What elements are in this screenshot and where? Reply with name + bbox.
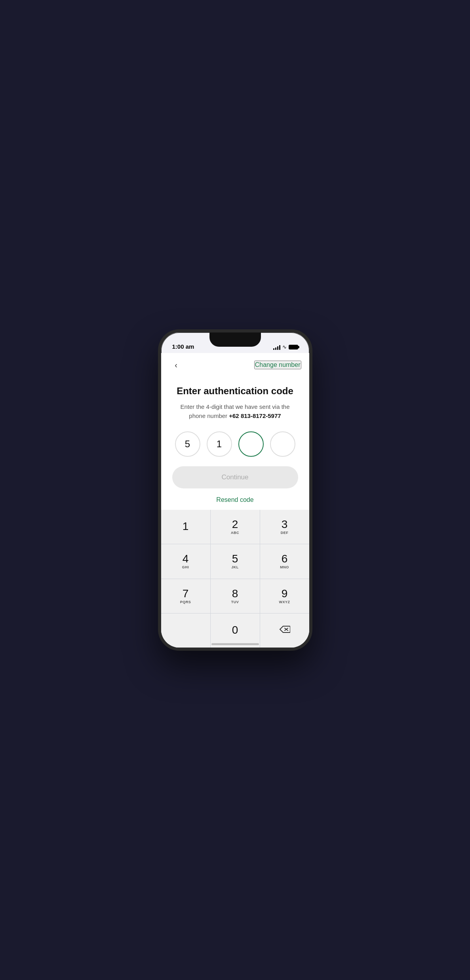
key-3[interactable]: 3 DEF xyxy=(260,510,309,544)
status-icons: ∿ xyxy=(273,344,298,350)
notch xyxy=(209,332,261,347)
key-8[interactable]: 8 TUV xyxy=(211,579,260,613)
back-chevron-icon: ‹ xyxy=(175,361,177,369)
keypad: 1 2 ABC 3 DEF 4 GHI 5 JKL 6 MNO xyxy=(161,510,309,648)
otp-row: 5 1 xyxy=(161,431,309,457)
status-time: 1:00 am xyxy=(172,343,194,350)
continue-button[interactable]: Continue xyxy=(172,466,298,488)
key-1[interactable]: 1 xyxy=(161,510,210,544)
resend-code-button[interactable]: Resend code xyxy=(216,496,253,503)
phone-number: +62 813-8172-5977 xyxy=(229,412,281,419)
key-4[interactable]: 4 GHI xyxy=(161,544,210,578)
key-2[interactable]: 2 ABC xyxy=(211,510,260,544)
screen-content: ‹ Change number Enter authentication cod… xyxy=(161,353,309,648)
auth-subtitle: Enter the 4-digit that we have sent via … xyxy=(172,403,298,420)
key-5[interactable]: 5 JKL xyxy=(211,544,260,578)
battery-icon xyxy=(289,345,298,349)
key-empty xyxy=(161,613,210,648)
top-nav: ‹ Change number xyxy=(161,353,309,375)
otp-digit-1[interactable]: 5 xyxy=(175,431,200,457)
phone-frame: 1:00 am ∿ ‹ Change number Enter authenti xyxy=(158,329,312,651)
home-indicator xyxy=(211,643,259,645)
back-button[interactable]: ‹ xyxy=(169,358,183,372)
otp-digit-3[interactable] xyxy=(238,431,264,457)
change-number-button[interactable]: Change number xyxy=(254,361,301,369)
key-7[interactable]: 7 PQRS xyxy=(161,579,210,613)
auth-section: Enter authentication code Enter the 4-di… xyxy=(161,375,309,420)
key-backspace[interactable] xyxy=(260,613,309,648)
signal-icon xyxy=(273,344,280,350)
otp-digit-2[interactable]: 1 xyxy=(207,431,232,457)
wifi-icon: ∿ xyxy=(282,344,287,350)
key-9[interactable]: 9 WXYZ xyxy=(260,579,309,613)
backspace-icon xyxy=(279,625,290,636)
otp-digit-4[interactable] xyxy=(270,431,295,457)
key-6[interactable]: 6 MNO xyxy=(260,544,309,578)
key-0[interactable]: 0 xyxy=(211,613,260,648)
auth-title: Enter authentication code xyxy=(172,385,298,397)
